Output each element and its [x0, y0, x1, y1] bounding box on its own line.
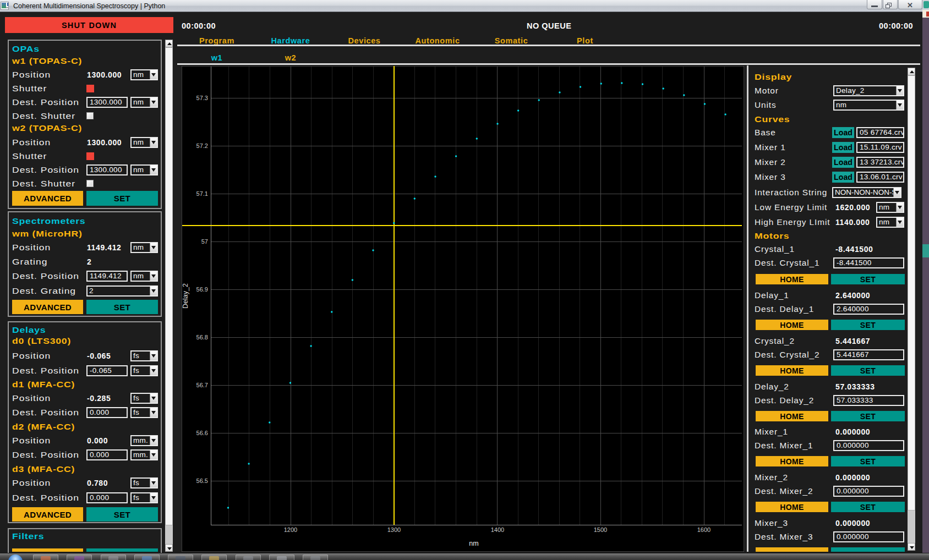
svg-text:nm: nm: [469, 540, 478, 547]
svg-text:1400: 1400: [491, 526, 504, 533]
svg-text:1200: 1200: [284, 526, 297, 533]
svg-text:1300: 1300: [387, 526, 401, 533]
svg-text:1600: 1600: [697, 526, 711, 533]
svg-text:57.1: 57.1: [196, 190, 208, 197]
svg-text:56.7: 56.7: [196, 382, 208, 388]
svg-text:1500: 1500: [594, 526, 607, 533]
svg-text:Delay_2: Delay_2: [182, 283, 189, 309]
svg-text:57.2: 57.2: [196, 142, 208, 149]
svg-text:56.5: 56.5: [196, 477, 208, 484]
svg-text:57: 57: [201, 238, 208, 245]
svg-text:56.6: 56.6: [196, 430, 208, 436]
svg-text:56.9: 56.9: [196, 286, 208, 293]
svg-text:57.3: 57.3: [196, 95, 208, 101]
svg-text:56.8: 56.8: [196, 334, 208, 341]
